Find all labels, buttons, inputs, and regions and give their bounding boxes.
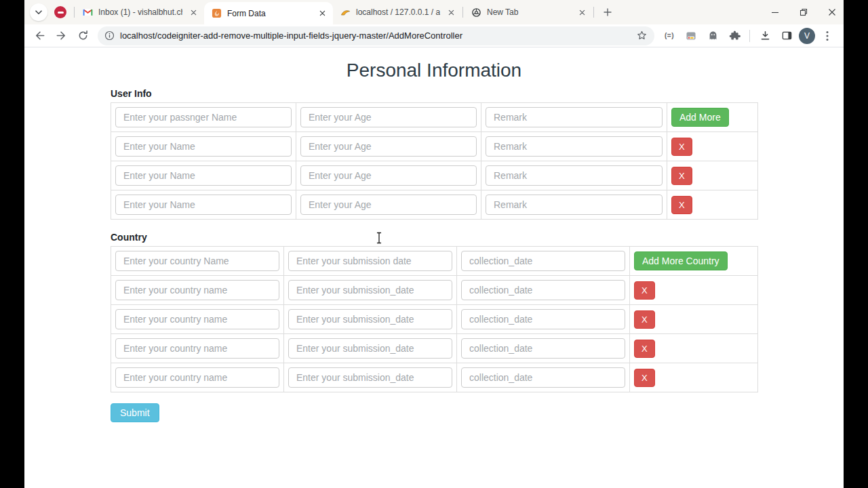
minimize-icon[interactable] bbox=[770, 7, 780, 17]
submission-date-input[interactable] bbox=[288, 280, 452, 300]
pinned-tab[interactable] bbox=[54, 6, 66, 18]
side-panel-icon[interactable] bbox=[777, 26, 796, 45]
tab-inbox[interactable]: Inbox (1) - vishalbhut.champion bbox=[75, 1, 204, 24]
user-info-table: Add More X X bbox=[111, 102, 758, 220]
submit-button[interactable]: Submit bbox=[111, 403, 159, 422]
page-title: Personal Information bbox=[24, 60, 844, 81]
tab-phpmyadmin[interactable]: localhost / 127.0.0.1 / add_more bbox=[333, 1, 462, 24]
ghostery-icon[interactable] bbox=[703, 26, 722, 45]
toolbar-separator bbox=[749, 30, 750, 42]
new-tab-button[interactable] bbox=[599, 3, 616, 21]
browser-window: Inbox (1) - vishalbhut.champion Form Dat… bbox=[24, 0, 844, 488]
phpmyadmin-icon bbox=[340, 7, 351, 18]
passenger-name-input[interactable] bbox=[115, 195, 292, 215]
tab-separator bbox=[462, 7, 463, 18]
table-row: X bbox=[111, 132, 758, 161]
passenger-name-input[interactable] bbox=[115, 136, 292, 157]
tab-search-button[interactable] bbox=[30, 3, 47, 21]
forward-icon bbox=[56, 30, 67, 41]
tab-close-icon[interactable] bbox=[188, 7, 199, 18]
submission-date-input[interactable] bbox=[288, 309, 452, 329]
tab-label: New Tab bbox=[487, 7, 571, 17]
tab-close-icon[interactable] bbox=[446, 7, 456, 18]
table-row: Add More bbox=[111, 103, 758, 132]
collection-date-input[interactable] bbox=[461, 338, 625, 359]
age-input[interactable] bbox=[300, 136, 477, 157]
profile-avatar[interactable]: V bbox=[799, 28, 815, 44]
country-name-input[interactable] bbox=[115, 338, 279, 359]
back-icon bbox=[34, 30, 45, 41]
tab-strip: Inbox (1) - vishalbhut.champion Form Dat… bbox=[24, 0, 844, 24]
reader-badge[interactable]: (=) bbox=[660, 26, 679, 45]
tab-close-icon[interactable] bbox=[576, 7, 587, 18]
reload-button[interactable] bbox=[73, 26, 92, 45]
desktop: Inbox (1) - vishalbhut.champion Form Dat… bbox=[0, 0, 868, 488]
age-input[interactable] bbox=[300, 165, 477, 186]
form-container: User Info Add More X bbox=[111, 88, 757, 422]
country-label: Country bbox=[111, 232, 757, 243]
remove-country-row-button[interactable]: X bbox=[634, 340, 655, 358]
collection-date-input[interactable] bbox=[461, 251, 625, 271]
submission-date-input[interactable] bbox=[288, 338, 452, 359]
close-icon[interactable] bbox=[827, 7, 837, 17]
tab-new-tab[interactable]: New Tab bbox=[464, 1, 593, 24]
chrome-icon bbox=[471, 7, 481, 18]
remark-input[interactable] bbox=[486, 195, 663, 215]
tab-close-icon[interactable] bbox=[317, 8, 328, 19]
remove-row-button[interactable]: X bbox=[671, 196, 692, 214]
reload-icon bbox=[77, 30, 89, 41]
tab-label: Inbox (1) - vishalbhut.champion bbox=[98, 7, 182, 17]
country-name-input[interactable] bbox=[115, 251, 279, 271]
country-name-input[interactable] bbox=[115, 367, 279, 388]
table-row: X bbox=[111, 161, 758, 190]
tab-form-data[interactable]: Form Data bbox=[204, 2, 333, 24]
table-row: X bbox=[111, 334, 758, 363]
gmail-icon bbox=[82, 7, 93, 18]
download-icon[interactable] bbox=[755, 26, 774, 45]
site-info-icon[interactable] bbox=[104, 30, 115, 41]
remark-input[interactable] bbox=[486, 136, 663, 157]
address-bar[interactable]: localhost/codeigniter-add-remove-multipl… bbox=[98, 26, 654, 45]
submission-date-input[interactable] bbox=[288, 251, 452, 271]
window-controls bbox=[770, 0, 837, 24]
back-button[interactable] bbox=[30, 26, 49, 45]
country-name-input[interactable] bbox=[115, 309, 279, 329]
bookmark-star-icon[interactable] bbox=[636, 30, 648, 41]
collection-date-input[interactable] bbox=[461, 280, 625, 300]
menu-kebab-icon[interactable] bbox=[818, 26, 837, 45]
collection-date-input[interactable] bbox=[461, 309, 625, 329]
chevron-down-icon bbox=[35, 10, 42, 15]
add-more-country-button[interactable]: Add More Country bbox=[634, 251, 728, 270]
tab-label: Form Data bbox=[227, 9, 311, 18]
tab-separator bbox=[74, 7, 75, 18]
screenshot-extension-icon[interactable] bbox=[682, 26, 701, 45]
table-row: Add More Country bbox=[111, 247, 758, 276]
age-input[interactable] bbox=[300, 107, 477, 127]
remark-input[interactable] bbox=[486, 107, 663, 127]
remove-country-row-button[interactable]: X bbox=[634, 310, 655, 329]
forward-button[interactable] bbox=[52, 26, 71, 45]
remove-country-row-button[interactable]: X bbox=[634, 369, 655, 387]
text-cursor-pointer bbox=[376, 232, 382, 244]
page-content: Personal Information User Info Add More bbox=[24, 47, 844, 488]
age-input[interactable] bbox=[300, 195, 477, 215]
table-row: X bbox=[111, 276, 758, 305]
table-row: X bbox=[111, 363, 758, 392]
country-table: Add More Country X X bbox=[111, 246, 758, 392]
url-text[interactable]: localhost/codeigniter-add-remove-multipl… bbox=[120, 30, 636, 41]
collection-date-input[interactable] bbox=[461, 367, 625, 388]
browser-toolbar: localhost/codeigniter-add-remove-multipl… bbox=[24, 24, 844, 47]
extensions-puzzle-icon[interactable] bbox=[725, 26, 744, 45]
restore-icon[interactable] bbox=[799, 7, 808, 17]
remove-row-button[interactable]: X bbox=[671, 138, 692, 156]
table-row: X bbox=[111, 190, 758, 220]
country-name-input[interactable] bbox=[115, 280, 279, 300]
remove-country-row-button[interactable]: X bbox=[634, 281, 655, 300]
codeigniter-icon bbox=[211, 8, 222, 19]
remove-row-button[interactable]: X bbox=[671, 167, 692, 185]
passenger-name-input[interactable] bbox=[115, 165, 292, 186]
submission-date-input[interactable] bbox=[288, 367, 452, 388]
remark-input[interactable] bbox=[486, 165, 663, 186]
passenger-name-input[interactable] bbox=[115, 107, 292, 127]
add-more-button[interactable]: Add More bbox=[671, 108, 729, 127]
